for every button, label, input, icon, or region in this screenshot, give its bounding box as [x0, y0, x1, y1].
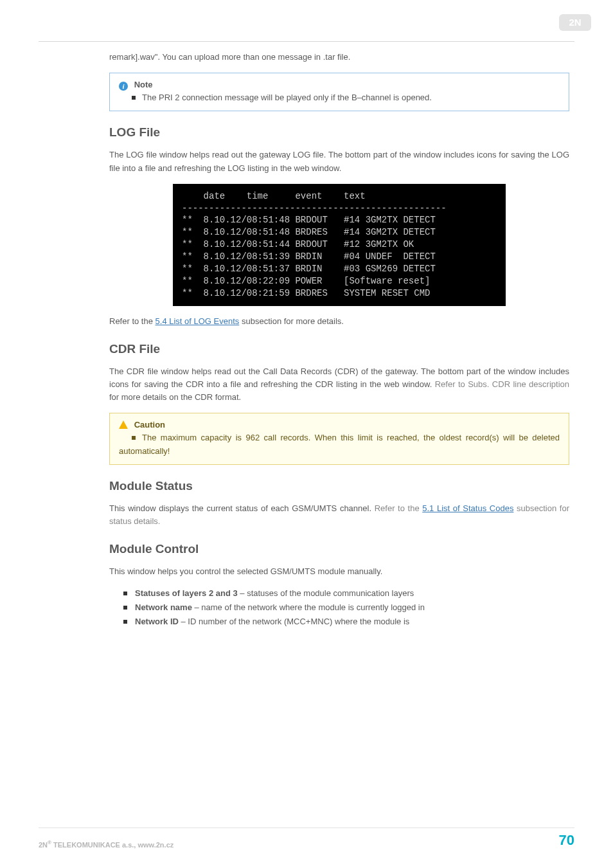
- caution-title: Caution: [134, 420, 165, 429]
- caution-body: The maximum capacity is 962 call records…: [119, 433, 560, 455]
- header-rule: [39, 41, 574, 42]
- cdr-paragraph: The CDR file window helps read out the C…: [109, 365, 569, 404]
- note-body: The PRI 2 connection message will be pla…: [142, 93, 432, 102]
- list-item-bold: Network name: [135, 602, 192, 612]
- footer-line: 2N® TELEKOMUNIKACE a.s., www.2n.cz 70: [39, 827, 574, 849]
- note-header: i Note: [119, 78, 560, 91]
- list-item-text: – ID number of the network (MCC+MNC) whe…: [179, 617, 409, 626]
- module-control-heading: Module Control: [109, 542, 569, 556]
- module-status-heading: Module Status: [109, 479, 569, 493]
- log-terminal: date time event text -------------------…: [173, 184, 506, 306]
- log-ref-post: subsection for more details.: [239, 316, 344, 326]
- module-status-paragraph: This window displays the current status …: [109, 502, 569, 528]
- list-item-bold: Network ID: [135, 617, 179, 626]
- note-body-row: The PRI 2 connection message will be pla…: [119, 91, 560, 104]
- log-heading: LOG File: [109, 125, 569, 140]
- bullet-icon: [132, 96, 136, 100]
- log-events-link[interactable]: 5.4 List of LOG Events: [155, 316, 240, 326]
- footer-left: 2N® TELEKOMUNIKACE a.s., www.2n.cz: [39, 840, 173, 849]
- caution-header: Caution: [119, 419, 560, 431]
- brand-logo: 2N: [559, 14, 591, 33]
- warning-icon: [119, 420, 128, 429]
- list-item: Statuses of layers 2 and 3 – statuses of…: [109, 587, 569, 600]
- log-paragraph: The LOG file window helps read out the g…: [109, 149, 569, 174]
- caution-body-row: The maximum capacity is 962 call records…: [119, 431, 560, 457]
- note-title: Note: [134, 80, 153, 89]
- list-item-text: – name of the network where the module i…: [192, 602, 425, 612]
- intro-text: remark].wav". You can upload more than o…: [109, 51, 569, 64]
- bullet-icon: [132, 436, 136, 440]
- page-number: 70: [559, 832, 574, 849]
- page-footer: 2N® TELEKOMUNIKACE a.s., www.2n.cz 70: [0, 827, 613, 849]
- note-box: i Note The PRI 2 connection message will…: [109, 73, 569, 111]
- log-ref-pre: Refer to the: [109, 316, 155, 326]
- log-reference: Refer to the 5.4 List of LOG Events subs…: [109, 315, 569, 328]
- mstatus-grey-text: Refer to the: [375, 503, 423, 513]
- cdr-para-grey: Refer to Subs. CDR line description: [435, 379, 569, 389]
- info-icon: i: [119, 82, 128, 91]
- module-control-paragraph: This window helps you control the select…: [109, 565, 569, 578]
- cdr-heading: CDR File: [109, 342, 569, 356]
- caution-box: Caution The maximum capacity is 962 call…: [109, 413, 569, 464]
- status-codes-link[interactable]: 5.1 List of Status Codes: [422, 503, 513, 513]
- list-item: Network ID – ID number of the network (M…: [109, 615, 569, 628]
- cdr-para-post: for more details on the CDR format.: [109, 392, 241, 402]
- mstatus-pre: This window displays the current status …: [109, 503, 375, 513]
- page: 2N remark].wav". You can upload more tha…: [0, 0, 613, 629]
- list-item-text: – statuses of the module communication l…: [238, 588, 414, 598]
- content-area: remark].wav". You can upload more than o…: [109, 51, 569, 629]
- module-control-list: Statuses of layers 2 and 3 – statuses of…: [109, 587, 569, 628]
- list-item-bold: Statuses of layers 2 and 3: [135, 588, 238, 598]
- list-item: Network name – name of the network where…: [109, 601, 569, 614]
- svg-text:2N: 2N: [569, 17, 581, 28]
